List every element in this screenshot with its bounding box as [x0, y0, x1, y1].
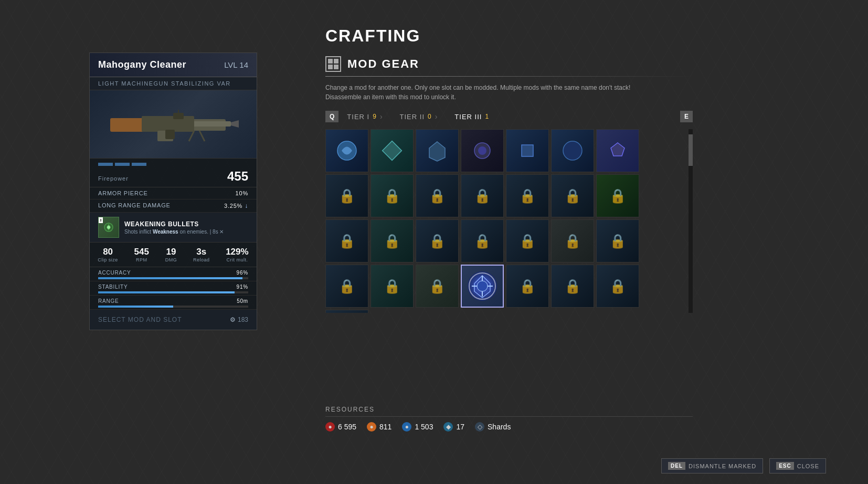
gear-cell-r1c6[interactable] [551, 129, 594, 172]
firepower-label: Firepower [98, 175, 129, 182]
resource-item-1: ● 6 595 [325, 422, 356, 432]
lock-icon: 🔒 [564, 278, 581, 294]
svg-line-5 [199, 131, 205, 141]
gear-cell-r1c7[interactable] [596, 129, 639, 172]
resource-value-1: 6 595 [338, 423, 356, 431]
gear-cell-r5c1[interactable]: 🔒 [325, 310, 368, 313]
mod-gear-icon [325, 56, 341, 72]
weapon-name: Mahogany Cleaner [98, 59, 186, 70]
mod-icon: I [98, 217, 119, 238]
resource-item-3: ● 1 503 [402, 422, 433, 432]
weapon-panel: Mahogany Cleaner LVL 14 LIGHT MACHINEGUN… [89, 52, 257, 330]
stability-bar-bg [98, 291, 248, 293]
bottom-bar: DEL DISMANTLE MARKED ESC CLOSE [661, 458, 826, 474]
svg-point-12 [107, 226, 110, 229]
gear-cell-r3c7[interactable]: 🔒 [596, 219, 639, 262]
gear-cell-r4c3[interactable]: 🔒 [416, 265, 459, 308]
scrollbar-thumb[interactable] [689, 134, 693, 166]
gear-cell-r3c3[interactable]: 🔒 [416, 219, 459, 262]
lock-icon: 🔒 [384, 278, 400, 294]
resource-value-3: 1 503 [415, 423, 433, 431]
tier-tab-3[interactable]: TIER III 1 [446, 111, 497, 123]
svg-rect-1 [189, 121, 231, 127]
firepower-row: Firepower 455 [90, 168, 257, 187]
gear-cell-r2c3[interactable]: 🔒 [416, 174, 459, 217]
gear-cell-r4c4-selected[interactable] [461, 265, 504, 308]
resource-icon-orange: ● [367, 422, 376, 432]
range-bar-fill [98, 306, 173, 308]
gear-cell-r2c7[interactable]: 🔒 [596, 174, 639, 217]
tier-3-count: 1 [485, 113, 489, 120]
gear-cell-r2c2[interactable]: 🔒 [371, 174, 414, 217]
svg-rect-7 [165, 130, 175, 139]
resource-icon-red: ● [325, 422, 335, 432]
gear-cell-r3c4[interactable]: 🔒 [461, 219, 504, 262]
tier-tab-e-button[interactable]: E [680, 111, 693, 122]
accuracy-bar-bg [98, 277, 248, 279]
scrollbar[interactable] [689, 129, 693, 313]
gear-cell-r2c4[interactable]: 🔒 [461, 174, 504, 217]
resource-icon-teal: ◆ [443, 422, 453, 432]
esc-key: ESC [776, 462, 794, 470]
mod-level-badge: I [99, 217, 103, 223]
resource-cost: ⚙ 183 [230, 316, 248, 323]
lock-icon: 🔒 [609, 188, 626, 204]
stat-armor-pierce: ARMOR PIERCE 10% [90, 187, 257, 199]
tier-2-arrow: › [435, 112, 438, 121]
resource-item-2: ● 811 [367, 422, 391, 432]
lock-icon: 🔒 [564, 188, 581, 204]
resources-title: RESOURCES [325, 406, 693, 417]
crafting-panel: CRAFTING MOD GEAR Change a mod for anoth… [325, 26, 693, 313]
combat-stat-row: 80 Clip size 545 RPM 19 DMG 3s Reload 12… [90, 247, 257, 262]
gear-cell-r4c1[interactable]: 🔒 [325, 265, 368, 308]
crafting-title: CRAFTING [325, 26, 693, 46]
range-bar-row: Range 50m [90, 296, 257, 310]
gear-cell-r3c5[interactable]: 🔒 [506, 219, 549, 262]
resource-value-5: Shards [488, 423, 511, 431]
gear-cell-r3c1[interactable]: 🔒 [325, 219, 368, 262]
tier-1-count: 9 [373, 113, 377, 120]
gear-cell-r3c6[interactable]: 🔒 [551, 219, 594, 262]
tier-tab-1[interactable]: TIER I 9 › [338, 110, 391, 123]
svg-marker-20 [611, 143, 624, 156]
range-icon: ↓ [245, 202, 248, 209]
weapon-image [90, 90, 257, 159]
tier-tab-q-button[interactable]: Q [325, 111, 338, 122]
close-button[interactable]: ESC CLOSE [769, 458, 826, 474]
svg-rect-14 [383, 141, 402, 161]
gear-cell-r4c5[interactable]: 🔒 [506, 265, 549, 308]
lock-icon: 🔒 [609, 278, 626, 294]
gear-cell-r4c6[interactable]: 🔒 [551, 265, 594, 308]
stat-bar-2 [115, 163, 130, 166]
bottom-action[interactable]: SELECT MOD AND SLOT ⚙ 183 [90, 310, 257, 330]
gear-cell-r4c7[interactable]: 🔒 [596, 265, 639, 308]
stat-bar-3 [132, 163, 146, 166]
gear-cell-r1c2[interactable] [371, 129, 414, 172]
gear-cell-r1c4[interactable] [461, 129, 504, 172]
tier-tab-2[interactable]: TIER II 0 › [391, 110, 447, 123]
gear-cell-r4c2[interactable]: 🔒 [371, 265, 414, 308]
mod-gear-desc: Change a mod for another one. Only one s… [325, 83, 651, 102]
gear-cell-r2c1[interactable]: 🔒 [325, 174, 368, 217]
stats-divider [90, 159, 257, 168]
combat-stats: 80 Clip size 545 RPM 19 DMG 3s Reload 12… [90, 243, 257, 267]
lock-icon: 🔒 [429, 188, 446, 204]
tier-tabs: Q TIER I 9 › TIER II 0 › TIER III 1 E [325, 110, 693, 123]
mod-desc: Shots inflict Weakness on enemies. | 8s … [124, 229, 248, 235]
stat-dmg: 19 DMG [165, 247, 177, 262]
lock-icon: 🔒 [429, 233, 446, 249]
gear-cell-r2c5[interactable]: 🔒 [506, 174, 549, 217]
stat-reload: 3s Reload [193, 247, 210, 262]
gear-cell-r1c3[interactable] [416, 129, 459, 172]
gear-cell-r1c5[interactable] [506, 129, 549, 172]
weapon-svg [105, 98, 241, 151]
gear-cell-r2c6[interactable]: 🔒 [551, 174, 594, 217]
dismantle-marked-button[interactable]: DEL DISMANTLE MARKED [661, 458, 763, 474]
tier-1-arrow: › [380, 112, 383, 121]
tier-2-count: 0 [428, 113, 432, 120]
resource-icon-gem: ◇ [475, 422, 484, 432]
gear-cell-r3c2[interactable]: 🔒 [371, 219, 414, 262]
svg-point-17 [478, 146, 486, 155]
mod-gear-divider [325, 76, 693, 77]
gear-cell-r1c1[interactable] [325, 129, 368, 172]
